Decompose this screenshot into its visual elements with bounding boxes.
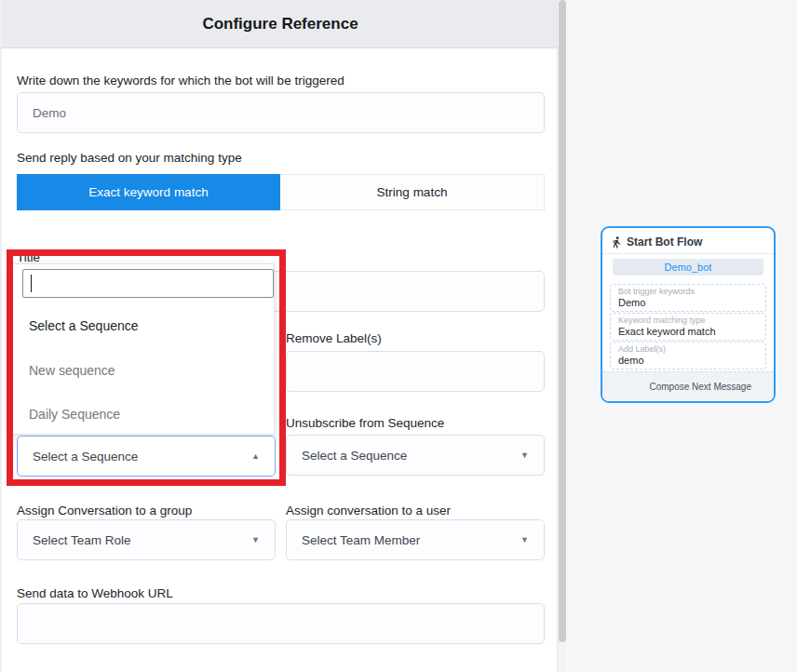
assign-user-value: Select Team Member bbox=[302, 533, 420, 547]
assign-user-label: Assign conversation to a user bbox=[286, 504, 451, 517]
flow-field-caption: Keyword matching type bbox=[618, 316, 758, 325]
subscribe-sequence-value: Select a Sequence bbox=[33, 450, 138, 464]
unsubscribe-sequence-label: Unsubscribe from Sequence bbox=[286, 416, 444, 430]
bot-flow-canvas: Start Bot Flow Demo_bot Bot trigger keyw… bbox=[566, 0, 797, 672]
webhook-url-label: Send data to Webhook URL bbox=[17, 586, 173, 600]
sequence-option[interactable]: Daily Sequence bbox=[29, 407, 120, 422]
vertical-scrollbar-thumb[interactable] bbox=[559, 0, 566, 642]
chevron-down-icon: ▼ bbox=[251, 535, 260, 544]
bot-name-button[interactable]: Demo_bot bbox=[613, 259, 763, 276]
flow-field-add-labels[interactable]: Add Label(s) demo bbox=[610, 342, 766, 370]
start-bot-flow-node[interactable]: Start Bot Flow Demo_bot Bot trigger keyw… bbox=[601, 226, 776, 403]
flow-field-value: Demo bbox=[618, 297, 758, 308]
matching-type-label: Send reply based on your matching type bbox=[17, 151, 242, 165]
subscribe-sequence-select[interactable]: Select a Sequence ▲ bbox=[17, 436, 276, 477]
chevron-down-icon: ▼ bbox=[520, 535, 529, 544]
tab-exact-keyword-match[interactable]: Exact keyword match bbox=[17, 174, 280, 210]
assign-user-select[interactable]: Select Team Member ▼ bbox=[286, 519, 545, 560]
flow-card-title: Start Bot Flow bbox=[627, 235, 702, 249]
sequence-dropdown-panel: Select a Sequence New sequence Daily Seq… bbox=[10, 263, 275, 435]
flow-card-divider bbox=[602, 253, 774, 254]
remove-labels-label: Remove Label(s) bbox=[286, 331, 382, 345]
keywords-input[interactable] bbox=[17, 92, 545, 133]
webhook-url-input[interactable] bbox=[17, 603, 545, 644]
walking-person-icon bbox=[612, 236, 622, 249]
assign-group-value: Select Team Role bbox=[33, 533, 131, 547]
tab-string-match[interactable]: String match bbox=[280, 174, 545, 210]
flow-card-header: Start Bot Flow bbox=[612, 235, 702, 249]
sequence-option[interactable]: New sequence bbox=[29, 363, 115, 378]
flow-card-footer: Compose Next Message bbox=[602, 371, 774, 401]
flow-field-caption: Add Label(s) bbox=[618, 344, 758, 354]
flow-card-fields: Bot trigger keywords Demo Keyword matchi… bbox=[610, 284, 766, 370]
flow-field-caption: Bot trigger keywords bbox=[618, 287, 758, 296]
title-label: Title bbox=[17, 250, 40, 264]
sequence-option[interactable]: Select a Sequence bbox=[29, 318, 139, 333]
page-title: Configure Reference bbox=[202, 15, 358, 34]
sequence-search-input[interactable] bbox=[22, 269, 274, 298]
vertical-scrollbar-track[interactable] bbox=[557, 0, 566, 672]
flow-field-matching-type[interactable]: Keyword matching type Exact keyword matc… bbox=[610, 313, 766, 341]
matching-type-tabs: Exact keyword match String match bbox=[17, 174, 545, 210]
configure-reference-screen: Configure Reference Write down the keywo… bbox=[0, 0, 797, 672]
assign-group-label: Assign Conversation to a group bbox=[17, 504, 192, 517]
keywords-label: Write down the keywords for which the bo… bbox=[17, 74, 344, 87]
modal-header: Configure Reference bbox=[2, 0, 559, 48]
unsubscribe-sequence-value: Select a Sequence bbox=[302, 449, 407, 463]
flow-field-value: demo bbox=[618, 355, 758, 366]
compose-next-message-label: Compose Next Message bbox=[650, 382, 752, 392]
chevron-up-icon: ▲ bbox=[251, 451, 260, 461]
assign-group-select[interactable]: Select Team Role ▼ bbox=[17, 519, 276, 560]
remove-labels-input[interactable] bbox=[286, 351, 545, 392]
configure-form-pane: Configure Reference Write down the keywo… bbox=[0, 0, 557, 672]
flow-field-trigger-keywords[interactable]: Bot trigger keywords Demo bbox=[610, 284, 766, 312]
chevron-down-icon: ▼ bbox=[520, 450, 529, 460]
unsubscribe-sequence-select[interactable]: Select a Sequence ▼ bbox=[286, 435, 545, 476]
text-cursor bbox=[31, 275, 32, 292]
flow-field-value: Exact keyword match bbox=[618, 326, 758, 337]
